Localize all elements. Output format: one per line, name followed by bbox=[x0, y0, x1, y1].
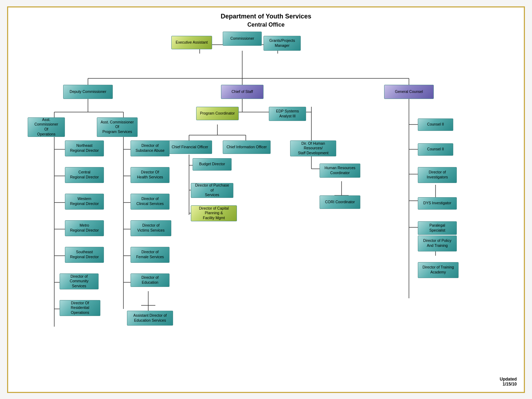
node-dir-purchase: Director of Purchase of Services bbox=[191, 183, 233, 198]
node-asst-dir-education: Assistant Director of Education Services bbox=[127, 311, 173, 326]
node-asst-comm-operations: Asst. Commissioner Of Operations bbox=[28, 117, 65, 137]
node-metro-regional: Metro Regional Director bbox=[65, 220, 104, 236]
node-dir-victims: Director of Victims Services bbox=[131, 220, 171, 236]
node-cori-coordinator: CORI Coordinator bbox=[320, 195, 360, 209]
node-dir-residential: Director Of Residential Operations bbox=[60, 300, 100, 316]
node-dir-health: Director Of Health Services bbox=[131, 167, 170, 183]
node-commissioner: Commissioner bbox=[223, 32, 262, 46]
page-title: Department of Youth Services bbox=[13, 13, 519, 20]
node-deputy-commissioner: Deputy Commissioner bbox=[63, 85, 113, 99]
node-western-regional: Western Regional Director bbox=[65, 194, 104, 210]
node-general-counsel: General Counsel bbox=[384, 85, 434, 99]
node-southeast-regional: Southeast Regional Director bbox=[65, 247, 104, 263]
node-executive-assistant: Executive Assistant bbox=[171, 36, 212, 49]
node-cio: Chief Information Officer bbox=[223, 140, 271, 154]
node-dir-female: Director of Female Services bbox=[131, 247, 170, 263]
node-dir-capital: Director of Capital Planning & Facility … bbox=[191, 205, 237, 221]
node-program-coordinator: Program Coordinator bbox=[196, 107, 239, 120]
node-dir-hr: Dir. Of Human Resources/ Staff Developme… bbox=[290, 140, 336, 156]
node-paralegal: Paralegal Specialist bbox=[418, 221, 457, 235]
node-dir-policy: Director of Policy And Training bbox=[418, 235, 457, 251]
org-chart-page: Department of Youth Services Central Off… bbox=[7, 6, 525, 393]
node-central-regional: Central Regional Director bbox=[65, 167, 104, 183]
node-dir-substance: Director of Substance Abuse bbox=[131, 140, 170, 156]
node-dir-education: Director of Education bbox=[131, 273, 170, 287]
node-budget-director: Budget Director bbox=[193, 158, 232, 171]
node-chief-of-staff: Chief of Staff bbox=[221, 85, 264, 99]
node-dir-clinical: Director of Clinical Services bbox=[131, 194, 170, 210]
node-northeast-regional: Northeast Regional Director bbox=[65, 140, 104, 156]
node-cfo: Chief Financial Officer bbox=[168, 140, 212, 154]
node-hr-coordinator: Human Resources Coordinator bbox=[320, 164, 360, 178]
node-dir-investigators: Director of Investigators bbox=[418, 167, 457, 183]
footer-text: Updated 1/15/10 bbox=[500, 377, 517, 387]
node-grants-manager: Grants/Projects Manager bbox=[264, 36, 301, 51]
page-subtitle: Central Office bbox=[13, 22, 519, 28]
node-dir-training-academy: Director of Training Academy bbox=[418, 262, 459, 278]
node-asst-comm-programs: Asst. Commissioner Of Program Services bbox=[97, 117, 138, 137]
node-edp-systems: EDP Systems Analyst III bbox=[269, 107, 306, 121]
node-dys-investigator: DYS Investigator bbox=[418, 197, 457, 210]
node-counsel-ii-1: Counsel II bbox=[418, 118, 453, 131]
node-dir-community: Director of Community Services bbox=[60, 273, 99, 289]
node-counsel-ii-2: Counsel II bbox=[418, 143, 453, 156]
